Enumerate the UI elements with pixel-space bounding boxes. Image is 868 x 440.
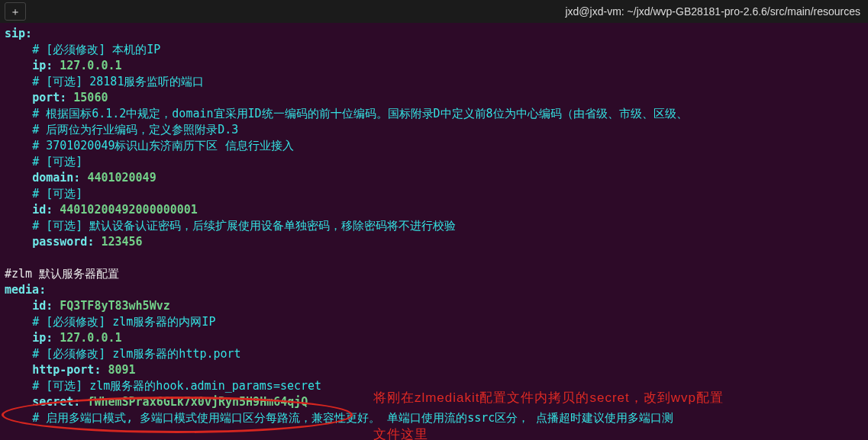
terminal-line: ip: 127.0.0.1 (5, 58, 863, 74)
yaml-key: port (32, 91, 60, 104)
terminal-line: sip: (5, 26, 863, 42)
terminal-line: # [可选] (5, 154, 863, 170)
yaml-key: http-port (32, 363, 94, 377)
yaml-value: 123456 (101, 235, 142, 249)
yaml-key: media (5, 283, 39, 297)
terminal-line: ip: 127.0.0.1 (5, 330, 863, 346)
terminal-line: # [必须修改] 本机的IP (5, 42, 863, 58)
yaml-comment: # 3701020049标识山东济南历下区 信息行业接入 (32, 139, 293, 153)
yaml-comment: # [必须修改] 本机的IP (32, 43, 160, 56)
window-titlebar: ＋ jxd@jxd-vm: ~/jxd/wvp-GB28181-pro-2.6.… (0, 0, 868, 23)
terminal-line: # [必须修改] zlm服务器的内网IP (5, 314, 863, 330)
yaml-key: domain (32, 171, 73, 185)
terminal-line: media: (5, 282, 863, 298)
yaml-comment: # [可选] zlm服务器的hook.admin_params=secret (32, 379, 321, 393)
terminal-line: # 后两位为行业编码，定义参照附录D.3 (5, 122, 863, 138)
terminal-line: secret: fWhemSPrax6GLk7x0vjRyn5H9Hm64qjQ (5, 394, 863, 410)
terminal-line: # 3701020049标识山东济南历下区 信息行业接入 (5, 138, 863, 154)
terminal-line: #zlm 默认服务器配置 (5, 266, 863, 282)
yaml-value: 4401020049 (87, 171, 156, 185)
terminal-line: port: 15060 (5, 90, 863, 106)
yaml-comment: # [必须修改] zlm服务器的http.port (32, 347, 241, 361)
yaml-comment: # 根据国标6.1.2中规定，domain宜采用ID统一编码的前十位编码。国标附… (32, 107, 688, 120)
yaml-comment: #zlm 默认服务器配置 (5, 267, 119, 281)
yaml-key: id (32, 299, 46, 313)
terminal-line (5, 250, 863, 266)
yaml-comment: # 后两位为行业编码，定义参照附录D.3 (32, 123, 238, 136)
terminal-line: id: FQ3TF8yT83wh5Wvz (5, 298, 863, 314)
plus-icon: ＋ (10, 4, 21, 20)
yaml-value: 127.0.0.1 (60, 331, 121, 345)
yaml-comment: # [可选] 默认设备认证密码，后续扩展使用设备单独密码，移除密码将不进行校验 (32, 219, 456, 233)
yaml-value: FQ3TF8yT83wh5Wvz (60, 299, 170, 313)
yaml-key: password (32, 235, 87, 249)
terminal-line: # 启用多端口模式, 多端口模式使用端口区分每路流，兼容性更好。 单端口使用流的… (5, 410, 863, 426)
terminal-line: http-port: 8091 (5, 362, 863, 378)
yaml-value: fWhemSPrax6GLk7x0vjRyn5H9Hm64qjQ (87, 395, 308, 409)
yaml-value: 15060 (73, 91, 108, 104)
yaml-comment: # [可选] 28181服务监听的端口 (32, 75, 204, 88)
annotation-line-2: 文件这里 (373, 427, 428, 440)
terminal-line: # [必须修改] zlm服务器的http.port (5, 346, 863, 362)
new-tab-button[interactable]: ＋ (5, 2, 26, 21)
terminal-line: # [可选] (5, 186, 863, 202)
yaml-comment: # [可选] (32, 155, 82, 169)
yaml-key: secret (32, 395, 73, 409)
window-title: jxd@jxd-vm: ~/jxd/wvp-GB28181-pro-2.6.6/… (26, 4, 868, 20)
yaml-comment: # 启用多端口模式, 多端口模式使用端口区分每路流，兼容性更好。 单端口使用流的… (32, 411, 673, 425)
yaml-key: ip (32, 59, 46, 72)
terminal-viewport[interactable]: sip: # [必须修改] 本机的IP ip: 127.0.0.1 # [可选]… (0, 23, 868, 440)
yaml-comment: # [可选] (32, 187, 82, 201)
yaml-value: 44010200492000000001 (60, 203, 198, 217)
yaml-value: 8091 (108, 363, 135, 377)
yaml-key: ip (32, 331, 46, 345)
terminal-line: # [可选] 28181服务监听的端口 (5, 74, 863, 90)
terminal-line: id: 44010200492000000001 (5, 202, 863, 218)
yaml-key: sip (5, 27, 25, 40)
terminal-line: # [可选] 默认设备认证密码，后续扩展使用设备单独密码，移除密码将不进行校验 (5, 218, 863, 234)
yaml-key: id (32, 203, 46, 217)
terminal-line: # [可选] zlm服务器的hook.admin_params=secret (5, 378, 863, 394)
terminal-line: # 根据国标6.1.2中规定，domain宜采用ID统一编码的前十位编码。国标附… (5, 106, 863, 122)
terminal-line: domain: 4401020049 (5, 170, 863, 186)
terminal-line: password: 123456 (5, 234, 863, 250)
yaml-value: 127.0.0.1 (60, 59, 121, 72)
yaml-comment: # [必须修改] zlm服务器的内网IP (32, 315, 215, 329)
